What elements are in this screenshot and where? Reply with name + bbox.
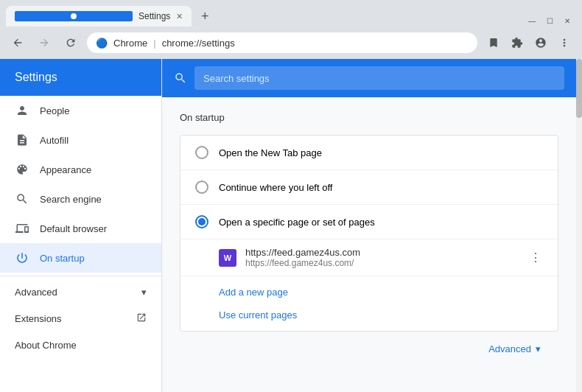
- settings-search-bar: [162, 59, 576, 97]
- advanced-chevron-icon: ▾: [141, 287, 147, 298]
- sidebar-about-label: About Chrome: [15, 340, 77, 351]
- bottom-advanced-chevron-icon: ▾: [536, 343, 541, 354]
- tab-close-button[interactable]: ✕: [176, 12, 183, 21]
- search-settings-input[interactable]: [194, 66, 564, 90]
- back-button[interactable]: [7, 32, 28, 53]
- radio-specific-page-circle: [195, 215, 208, 228]
- sidebar-item-default-browser[interactable]: Default browser: [0, 214, 161, 243]
- sidebar-item-people-label: People: [40, 105, 69, 116]
- radio-new-tab-label: Open the New Tab page: [219, 147, 322, 158]
- radio-continue[interactable]: Continue where you left off: [180, 170, 558, 205]
- scrollbar-thumb[interactable]: [576, 59, 582, 118]
- tab-title: Settings: [139, 11, 170, 21]
- sidebar-item-autofill[interactable]: Autofill: [0, 125, 161, 155]
- sidebar-title: Settings: [0, 59, 161, 96]
- sidebar-item-autofill-label: Autofill: [40, 135, 69, 146]
- svg-point-0: [71, 13, 77, 19]
- startup-url-info: https://feed.gamez4us.com https://feed.g…: [245, 247, 521, 268]
- sidebar-extensions-label: Extensions: [15, 313, 62, 324]
- add-new-page-link[interactable]: Add a new page: [219, 282, 543, 302]
- menu-button[interactable]: [554, 32, 575, 53]
- sidebar-item-appearance-label: Appearance: [40, 164, 91, 175]
- radio-specific-page[interactable]: Open a specific page or set of pages: [180, 205, 558, 239]
- url-separator: |: [153, 38, 155, 49]
- main-content: On startup Open the New Tab page Continu…: [162, 59, 576, 392]
- startup-url-menu-button[interactable]: ⋮: [530, 251, 543, 265]
- radio-specific-page-label: Open a specific page or set of pages: [219, 217, 375, 228]
- bottom-advanced-label: Advanced: [488, 343, 531, 354]
- radio-new-tab-circle: [195, 146, 208, 159]
- radio-continue-circle: [195, 181, 208, 194]
- sidebar-advanced[interactable]: Advanced ▾: [0, 279, 161, 305]
- maximize-button[interactable]: ☐: [544, 15, 555, 27]
- url-path: chrome://settings: [162, 38, 235, 49]
- url-protocol: Chrome: [113, 38, 147, 49]
- action-links: Add a new page Use current pages: [180, 276, 558, 331]
- forward-button[interactable]: [34, 32, 55, 53]
- sidebar-item-search-engine[interactable]: Search engine: [0, 184, 161, 214]
- radio-continue-label: Continue where you left off: [219, 182, 332, 193]
- new-tab-button[interactable]: +: [194, 6, 215, 27]
- reload-button[interactable]: [60, 32, 81, 53]
- sidebar-divider: [0, 276, 161, 276]
- search-bar-icon: [174, 71, 187, 85]
- site-icon: 🔵: [96, 38, 108, 49]
- startup-url-secondary: https://feed.gamez4us.com/: [245, 258, 521, 268]
- radio-new-tab[interactable]: Open the New Tab page: [180, 136, 558, 170]
- sidebar-item-on-startup[interactable]: On startup: [0, 243, 161, 273]
- tab-favicon: [15, 11, 133, 21]
- address-bar-input[interactable]: 🔵 Chrome | chrome://settings: [87, 32, 477, 53]
- person-icon: [15, 103, 29, 118]
- sidebar-advanced-label: Advanced: [15, 287, 57, 298]
- sidebar-about-chrome[interactable]: About Chrome: [0, 332, 161, 358]
- browser-tab[interactable]: Settings ✕: [6, 6, 192, 27]
- browser-icon: [15, 221, 29, 236]
- profile-button[interactable]: [530, 32, 551, 53]
- sidebar-item-default-browser-label: Default browser: [40, 223, 107, 234]
- minimize-button[interactable]: —: [526, 15, 538, 27]
- extensions-button[interactable]: [507, 32, 527, 53]
- use-current-pages-link[interactable]: Use current pages: [219, 305, 543, 325]
- close-button[interactable]: ✕: [561, 15, 573, 27]
- sidebar-extensions[interactable]: Extensions: [0, 305, 161, 332]
- sidebar-item-on-startup-label: On startup: [40, 253, 85, 264]
- startup-url-favicon: W: [219, 249, 236, 267]
- sidebar-item-search-engine-label: Search engine: [40, 194, 102, 205]
- startup-options-card: Open the New Tab page Continue where you…: [180, 135, 558, 332]
- sidebar-item-appearance[interactable]: Appearance: [0, 155, 161, 184]
- search-icon: [15, 192, 29, 206]
- palette-icon: [15, 162, 29, 177]
- bookmark-button[interactable]: [483, 32, 504, 53]
- startup-url-primary: https://feed.gamez4us.com: [245, 247, 521, 258]
- startup-url-row: W https://feed.gamez4us.com https://feed…: [180, 239, 558, 276]
- scrollbar-track[interactable]: [576, 59, 582, 392]
- external-link-icon: [136, 312, 147, 325]
- bottom-advanced-button[interactable]: Advanced ▾: [180, 332, 558, 366]
- power-icon: [15, 251, 29, 265]
- section-title: On startup: [180, 112, 558, 123]
- autofill-icon: [15, 133, 29, 147]
- sidebar-item-people[interactable]: People: [0, 96, 161, 125]
